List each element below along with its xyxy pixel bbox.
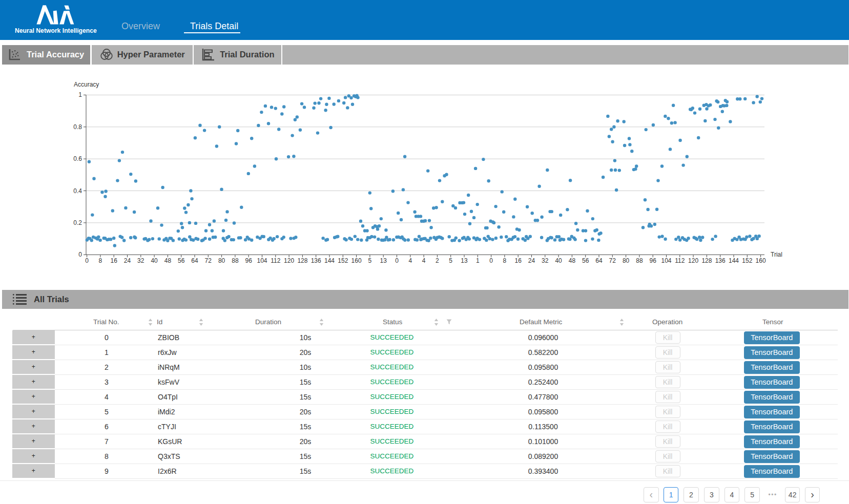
svg-text:16: 16 bbox=[515, 257, 522, 264]
svg-text:152: 152 bbox=[338, 257, 348, 264]
svg-text:13: 13 bbox=[461, 257, 468, 264]
svg-text:48: 48 bbox=[569, 257, 576, 264]
svg-text:160: 160 bbox=[351, 257, 362, 264]
svg-text:40: 40 bbox=[151, 257, 158, 264]
svg-text:128: 128 bbox=[701, 257, 712, 264]
svg-text:24: 24 bbox=[124, 257, 131, 264]
svg-text:80: 80 bbox=[218, 257, 225, 264]
svg-text:4: 4 bbox=[422, 257, 426, 264]
svg-text:120: 120 bbox=[284, 257, 294, 264]
svg-text:88: 88 bbox=[232, 257, 239, 264]
svg-text:Trial: Trial bbox=[771, 251, 782, 258]
svg-text:0.2: 0.2 bbox=[73, 219, 82, 226]
svg-text:Accuracy: Accuracy bbox=[74, 81, 99, 88]
svg-text:152: 152 bbox=[742, 257, 752, 264]
svg-text:96: 96 bbox=[245, 257, 253, 264]
svg-text:104: 104 bbox=[257, 257, 267, 264]
svg-text:0: 0 bbox=[489, 257, 493, 264]
svg-text:32: 32 bbox=[137, 257, 144, 264]
svg-text:88: 88 bbox=[636, 257, 643, 264]
svg-text:112: 112 bbox=[675, 257, 685, 264]
svg-text:32: 32 bbox=[542, 257, 549, 264]
svg-text:40: 40 bbox=[555, 257, 562, 264]
svg-text:8: 8 bbox=[99, 257, 102, 264]
svg-text:5: 5 bbox=[368, 257, 372, 264]
svg-text:2: 2 bbox=[436, 257, 439, 264]
svg-text:1: 1 bbox=[78, 91, 82, 98]
svg-text:24: 24 bbox=[528, 257, 535, 264]
svg-text:5: 5 bbox=[449, 257, 452, 264]
svg-text:56: 56 bbox=[178, 257, 185, 264]
svg-text:13: 13 bbox=[380, 257, 387, 264]
svg-text:128: 128 bbox=[297, 257, 307, 264]
svg-text:16: 16 bbox=[111, 257, 118, 264]
svg-text:64: 64 bbox=[595, 257, 603, 264]
svg-text:144: 144 bbox=[324, 257, 335, 264]
svg-text:48: 48 bbox=[164, 257, 172, 264]
svg-text:64: 64 bbox=[191, 257, 198, 264]
svg-text:0.4: 0.4 bbox=[73, 187, 82, 195]
svg-text:8: 8 bbox=[503, 257, 507, 264]
svg-text:96: 96 bbox=[650, 257, 657, 264]
svg-text:144: 144 bbox=[729, 257, 739, 264]
svg-text:120: 120 bbox=[688, 257, 698, 264]
svg-text:4: 4 bbox=[408, 257, 412, 264]
svg-text:136: 136 bbox=[311, 257, 321, 264]
svg-text:72: 72 bbox=[205, 257, 212, 264]
svg-text:112: 112 bbox=[271, 257, 280, 264]
svg-text:56: 56 bbox=[582, 257, 589, 264]
svg-text:1: 1 bbox=[476, 257, 480, 264]
svg-text:0: 0 bbox=[78, 251, 82, 258]
svg-text:0.8: 0.8 bbox=[73, 123, 82, 131]
svg-text:104: 104 bbox=[661, 257, 671, 264]
svg-text:136: 136 bbox=[715, 257, 726, 264]
svg-text:0.6: 0.6 bbox=[73, 155, 82, 162]
svg-text:160: 160 bbox=[756, 257, 766, 264]
svg-text:80: 80 bbox=[623, 257, 630, 264]
svg-text:72: 72 bbox=[609, 257, 616, 264]
svg-text:0: 0 bbox=[395, 257, 399, 264]
svg-text:0: 0 bbox=[85, 257, 89, 264]
